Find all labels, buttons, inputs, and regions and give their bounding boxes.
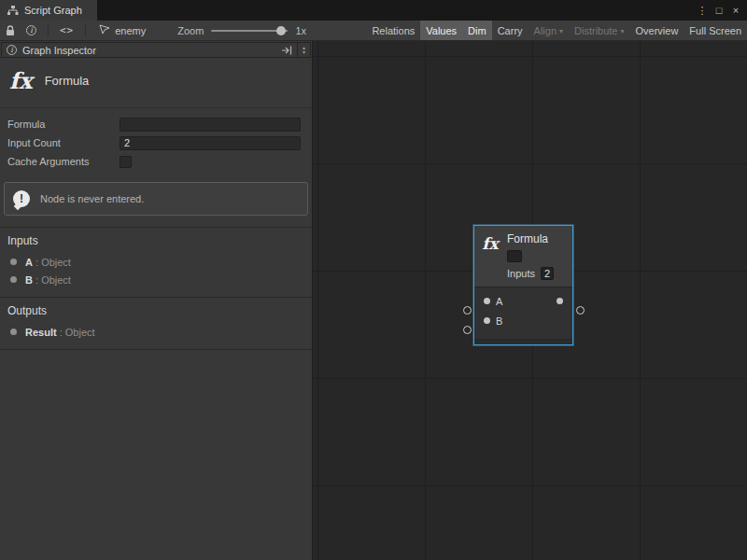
formula-input[interactable]	[120, 118, 301, 132]
port-name: Result	[25, 327, 57, 338]
port-name: A	[25, 257, 33, 268]
port-label: A	[496, 296, 502, 307]
node-properties: Formula Input Count 2 Cache Arguments	[0, 108, 312, 173]
outputs-list: Result : Object	[0, 323, 312, 349]
align-label: Align	[534, 25, 557, 36]
port-type: : Object	[35, 257, 71, 268]
port-row-a: A	[474, 291, 572, 311]
input-port-row: A : Object	[0, 253, 312, 271]
graph-inspector-panel: i Graph Inspector ▴ ▾ fx Formula Formula	[0, 41, 313, 560]
edit-graph-button[interactable]: <>	[54, 21, 79, 40]
graph-target-breadcrumb[interactable]: enemy	[92, 24, 153, 36]
distribute-dropdown[interactable]: Distribute ▾	[569, 21, 629, 40]
warning-icon: !	[13, 190, 30, 207]
cache-arguments-label: Cache Arguments	[7, 156, 120, 167]
formula-node[interactable]: fx Formula Inputs 2 A	[473, 225, 573, 345]
port-dot-icon	[10, 276, 17, 283]
formula-field-row: Formula	[0, 115, 312, 133]
node-input-count[interactable]: 2	[541, 267, 554, 280]
lock-icon	[6, 25, 15, 36]
node-inputs-label: Inputs	[507, 268, 535, 279]
input-port-b[interactable]	[484, 317, 490, 324]
toolbar-button-group: Relations Values Dim Carry Align ▾ Distr…	[366, 21, 747, 40]
port-label: B	[496, 315, 502, 327]
formula-node-ports: A B	[474, 287, 572, 339]
warning-text: Node is never entered.	[40, 193, 144, 204]
graph-tab-icon	[7, 6, 19, 16]
align-dropdown[interactable]: Align ▾	[529, 21, 569, 40]
formula-node-footer	[474, 339, 572, 344]
graph-canvas[interactable]: fx Formula Inputs 2 A	[313, 41, 747, 560]
port-halo-input-b[interactable]	[463, 326, 472, 334]
input-count-input[interactable]: 2	[120, 136, 301, 150]
port-dot-icon	[10, 329, 17, 335]
input-count-label: Input Count	[7, 137, 120, 148]
tab-label: Script Graph	[24, 5, 82, 16]
input-port-row: B : Object	[0, 271, 312, 288]
inputs-list: A : Object B : Object	[0, 253, 312, 297]
dock-icon	[282, 46, 292, 55]
carry-button[interactable]: Carry	[492, 21, 529, 40]
overview-button[interactable]: Overview	[630, 21, 684, 40]
relations-button[interactable]: Relations	[366, 21, 420, 40]
lock-button[interactable]	[0, 21, 21, 40]
code-icon: <>	[60, 24, 74, 36]
zoom-label: Zoom	[177, 25, 204, 36]
formula-fx-icon: fx	[474, 226, 506, 287]
port-type: : Object	[35, 274, 71, 286]
node-warning: ! Node is never entered.	[4, 182, 308, 216]
window-controls: ⋮ □ ×	[695, 0, 747, 21]
pointer-icon	[99, 24, 110, 36]
panel-scroll-spinner[interactable]: ▴ ▾	[298, 42, 311, 58]
input-port-a[interactable]	[484, 298, 490, 304]
zoom-slider-handle[interactable]	[276, 26, 286, 35]
values-button[interactable]: Values	[420, 21, 462, 40]
node-formula-input[interactable]	[507, 250, 522, 262]
port-dot-icon	[10, 259, 17, 265]
info-icon: i	[26, 25, 36, 35]
zoom-slider[interactable]	[211, 24, 288, 37]
inputs-section-header: Inputs	[0, 227, 312, 253]
toolbar-separator	[85, 24, 86, 36]
port-type: : Object	[60, 327, 95, 338]
formula-fx-icon: fx	[9, 67, 33, 94]
port-name: B	[25, 274, 33, 286]
target-name: enemy	[115, 25, 146, 36]
port-halo-output[interactable]	[576, 306, 585, 315]
toolbar-separator	[48, 24, 49, 36]
selected-node-identity: fx Formula	[0, 58, 312, 108]
section-divider	[0, 349, 312, 350]
graph-inspector-title: Graph Inspector	[22, 45, 96, 56]
cache-arguments-checkbox[interactable]	[120, 156, 132, 168]
selected-node-title: Formula	[45, 74, 90, 88]
tab-script-graph[interactable]: Script Graph	[0, 0, 97, 21]
output-port-row: Result : Object	[0, 323, 312, 341]
fullscreen-button[interactable]: Full Screen	[684, 21, 747, 40]
info-icon: i	[7, 45, 17, 55]
formula-node-header[interactable]: fx Formula Inputs 2	[474, 226, 572, 287]
port-row-b: B	[474, 311, 572, 330]
close-icon[interactable]: ×	[728, 2, 743, 19]
distribute-label: Distribute	[574, 25, 617, 36]
outputs-section-header: Outputs	[0, 297, 312, 323]
port-halo-input-a[interactable]	[463, 306, 472, 315]
node-title: Formula	[507, 232, 566, 245]
kebab-menu-icon[interactable]: ⋮	[695, 2, 710, 19]
graph-inspector-header: i Graph Inspector ▴ ▾	[1, 42, 311, 58]
graph-toolbar: i <> enemy Zoom 1x Relations Values Dim …	[0, 21, 747, 41]
maximize-icon[interactable]: □	[712, 2, 726, 19]
inspect-toggle-button[interactable]: i	[21, 21, 42, 40]
formula-field-label: Formula	[7, 119, 120, 130]
chevron-down-icon: ▾	[559, 27, 563, 35]
spinner-down-icon[interactable]: ▾	[303, 50, 305, 55]
graph-inspector-header-box: i Graph Inspector	[1, 42, 298, 58]
zoom-value: 1x	[295, 25, 306, 36]
cache-arguments-row: Cache Arguments	[0, 152, 312, 171]
chevron-down-icon: ▾	[621, 27, 625, 35]
output-port-result[interactable]	[557, 298, 563, 304]
title-bar: Script Graph ⋮ □ ×	[0, 0, 747, 21]
unity-script-graph-window: Script Graph ⋮ □ × i <>	[0, 0, 747, 560]
node-inputs-row: Inputs 2	[507, 267, 566, 280]
dim-button[interactable]: Dim	[462, 21, 492, 40]
dock-button[interactable]	[282, 46, 292, 55]
